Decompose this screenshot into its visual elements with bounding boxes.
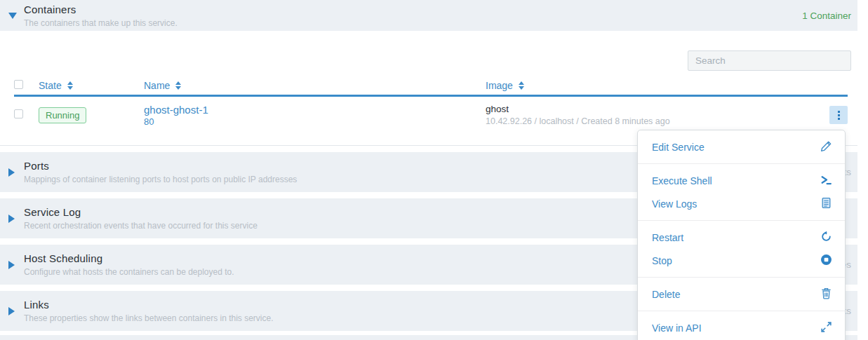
table-header-row: State Name Image xyxy=(14,76,848,97)
pencil-icon xyxy=(820,140,832,154)
section-subtitle-service-log: Recent orchestration events that have oc… xyxy=(24,221,258,231)
menu-item-view-in-api[interactable]: View in API xyxy=(638,316,845,339)
file-icon xyxy=(820,197,832,211)
menu-item-stop[interactable]: Stop xyxy=(638,249,845,272)
containers-table-panel: State Name Image Running xyxy=(0,31,857,146)
stop-icon xyxy=(820,254,832,268)
column-header-state[interactable]: State xyxy=(39,80,144,91)
containers-section: Containers The containers that make up t… xyxy=(0,0,868,146)
row-checkbox[interactable] xyxy=(14,109,23,118)
containers-table: State Name Image Running xyxy=(14,76,848,133)
section-count-fragment: ts xyxy=(843,167,857,177)
column-header-image[interactable]: Image xyxy=(486,80,808,91)
menu-item-execute-shell[interactable]: Execute Shell xyxy=(638,169,845,192)
expand-arrow-icon[interactable] xyxy=(8,168,15,177)
collapse-arrow-icon[interactable] xyxy=(8,13,17,19)
section-title-host-scheduling: Host Scheduling xyxy=(24,252,234,264)
section-subtitle-containers: The containers that make up this service… xyxy=(24,18,178,28)
section-title-containers: Containers xyxy=(24,4,178,15)
section-subtitle-ports: Mappings of container listening ports to… xyxy=(24,175,297,184)
section-subtitle-host-scheduling: Configure what hosts the containers can … xyxy=(24,267,234,277)
menu-item-edit-service[interactable]: Edit Service xyxy=(638,135,845,158)
expand-arrow-icon[interactable] xyxy=(8,307,15,315)
status-badge: Running xyxy=(39,107,86,123)
image-detail: 10.42.92.26 / localhost / Created 8 minu… xyxy=(486,116,808,126)
trash-icon xyxy=(820,287,832,301)
expand-arrow-icon[interactable] xyxy=(8,261,15,269)
image-name: ghost xyxy=(486,104,808,114)
search-input[interactable] xyxy=(688,50,851,71)
menu-item-delete[interactable]: Delete xyxy=(638,283,845,306)
containers-section-header[interactable]: Containers The containers that make up t… xyxy=(0,0,857,31)
table-row: Running ghost-ghost-1 80 ghost 10.42.92.… xyxy=(14,97,848,133)
service-detail-page: Containers The containers that make up t… xyxy=(0,0,868,340)
sort-icon xyxy=(519,81,524,90)
menu-item-view-logs[interactable]: View Logs xyxy=(638,192,845,215)
column-header-name[interactable]: Name xyxy=(144,80,486,91)
sort-icon xyxy=(175,81,181,90)
section-title-ports: Ports xyxy=(24,160,297,172)
menu-item-restart[interactable]: Restart xyxy=(638,226,845,249)
container-port-link[interactable]: 80 xyxy=(144,116,486,127)
section-subtitle-links: These properties show the links between … xyxy=(24,313,274,323)
sort-icon xyxy=(67,81,73,90)
context-menu: Edit Service Execute Shell View Logs xyxy=(637,130,846,340)
container-name-link[interactable]: ghost-ghost-1 xyxy=(144,104,486,116)
container-count-badge: 1 Container xyxy=(802,11,857,21)
external-link-icon xyxy=(820,321,832,335)
section-title-links: Links xyxy=(24,299,274,311)
row-actions-button[interactable] xyxy=(829,106,848,124)
select-all-checkbox[interactable] xyxy=(14,80,23,89)
expand-arrow-icon[interactable] xyxy=(8,215,15,223)
section-title-service-log: Service Log xyxy=(24,206,258,218)
restart-icon xyxy=(820,231,832,245)
shell-icon xyxy=(820,174,832,188)
